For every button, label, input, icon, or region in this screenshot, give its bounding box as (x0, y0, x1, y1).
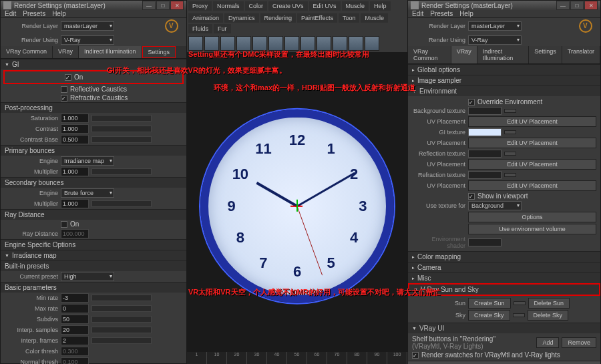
shelf-icon[interactable] (349, 36, 363, 51)
camera-header[interactable]: ▸Camera (408, 262, 600, 272)
image-sampler-header[interactable]: ▸Image sampler (408, 75, 600, 85)
shelf-icon[interactable] (252, 36, 267, 51)
minute-hand (296, 172, 355, 207)
vray-logo-icon (165, 19, 178, 33)
maximize-button[interactable]: □ (156, 1, 170, 10)
menu-presets[interactable]: Presets (430, 10, 453, 17)
gi-on-checkbox[interactable] (65, 74, 71, 81)
axis-y-icon (296, 199, 298, 211)
irrmap-header[interactable]: ▼Irradiance map (1, 250, 186, 260)
saturation-slider[interactable] (91, 115, 152, 122)
close-button-bottom[interactable]: Close (408, 361, 600, 364)
tab-translator[interactable]: Translator (562, 46, 600, 63)
minrate-field[interactable]: -3 (61, 293, 89, 303)
menu-help[interactable]: Help (52, 10, 66, 17)
delete-sky-button[interactable]: Delete Sky (528, 310, 569, 321)
menu-edit[interactable]: Edit (412, 10, 423, 17)
select-sky-button[interactable] (513, 313, 525, 317)
maximize-button[interactable]: □ (570, 1, 584, 10)
raydist-on-checkbox[interactable] (61, 221, 67, 228)
refl-tex-swatch[interactable] (468, 150, 502, 158)
tab-vray[interactable]: VRay (53, 46, 79, 58)
shelf-icon[interactable] (268, 36, 283, 51)
create-sky-button[interactable]: Create Sky (468, 310, 510, 321)
saturation-field[interactable]: 1.000 (61, 114, 89, 123)
map-button[interactable] (504, 173, 516, 177)
tab-vray-common[interactable]: VRay Common (1, 46, 53, 58)
primary-mult-field[interactable]: 1.000 (61, 167, 89, 176)
menu-presets[interactable]: Presets (23, 10, 45, 17)
shelf-icon[interactable] (188, 36, 203, 51)
misc-header[interactable]: ▸Misc (408, 272, 600, 283)
minimize-button[interactable]: — (142, 1, 156, 10)
contrast-base-field[interactable]: 0.500 (61, 135, 89, 144)
use-tex-dropdown[interactable]: Background (468, 201, 522, 210)
delete-sun-button[interactable]: Delete Sun (528, 298, 570, 309)
shelf-icon[interactable] (317, 36, 331, 51)
preset-dropdown[interactable]: High (61, 272, 114, 281)
shelf-icon[interactable] (284, 36, 299, 51)
subdivs-field[interactable]: 50 (61, 315, 89, 324)
maxrate-field[interactable]: 0 (61, 304, 89, 313)
color-mapping-header[interactable]: ▸Color mapping (408, 251, 600, 262)
secondary-mult-field[interactable]: 1.000 (61, 199, 89, 208)
remove-button[interactable]: Remove (562, 337, 596, 348)
contrast-slider[interactable] (91, 126, 152, 132)
shelf-icon[interactable] (333, 36, 347, 51)
create-sun-button[interactable]: Create Sun (468, 298, 511, 309)
titlebar: Render Settings (masterLayer) — □ ✕ (1, 1, 186, 10)
shelf-icon[interactable] (300, 36, 315, 51)
environment-header[interactable]: ▼Environment (408, 85, 600, 96)
shelf-icon[interactable] (220, 36, 235, 51)
interp-samples-field[interactable]: 20 (61, 325, 89, 335)
tab-vray[interactable]: VRay (451, 46, 477, 63)
render-layer-dropdown[interactable]: masterLayer (468, 21, 522, 31)
timeline[interactable]: 1102030405060708090100 (187, 352, 407, 364)
tab-indirect-illum[interactable]: Indirect Illumination (79, 46, 142, 58)
tab-settings[interactable]: Settings (529, 46, 562, 63)
render-swatches-checkbox[interactable] (412, 352, 419, 359)
tab-settings[interactable]: Settings (142, 46, 176, 58)
gi-tex-swatch[interactable] (468, 128, 502, 136)
env-shader-swatch[interactable] (468, 238, 502, 246)
close-button[interactable]: ✕ (170, 1, 184, 10)
minimize-button[interactable]: — (556, 1, 570, 10)
edit-uv-button[interactable]: Edit UV Placement (468, 159, 596, 170)
menu-help[interactable]: Help (459, 10, 473, 17)
render-using-dropdown[interactable]: V-Ray (61, 35, 114, 45)
map-button[interactable] (504, 109, 516, 113)
menu-edit[interactable]: Edit (5, 10, 16, 17)
map-button[interactable] (504, 130, 516, 134)
show-viewport-checkbox[interactable] (468, 193, 475, 200)
refr-caustics-checkbox[interactable] (61, 95, 67, 102)
shelf-icon[interactable] (365, 36, 379, 51)
vray-ui-header[interactable]: ▼VRay UI (408, 323, 600, 333)
refl-caustics-checkbox[interactable] (61, 86, 67, 93)
edit-uv-button[interactable]: Edit UV Placement (468, 138, 596, 148)
options-button[interactable]: Options (468, 212, 596, 222)
global-options-header[interactable]: ▸Global options (408, 64, 600, 75)
edit-uv-button[interactable]: Edit UV Placement (468, 180, 596, 191)
close-button[interactable]: ✕ (584, 1, 598, 10)
bg-tex-swatch[interactable] (468, 107, 502, 115)
contrast-field[interactable]: 1.000 (61, 124, 89, 134)
annotation-1: Setting里还有个DMC采样设置，在最终出图时比较常用 (188, 49, 369, 59)
render-layer-dropdown[interactable]: masterLayer (61, 21, 114, 31)
override-env-checkbox[interactable] (468, 99, 475, 106)
primary-engine-dropdown[interactable]: Irradiance map (61, 156, 114, 166)
3d-viewport[interactable]: 12 1 2 3 4 5 6 7 8 9 10 11 (187, 52, 407, 352)
add-button[interactable]: Add (536, 337, 559, 348)
render-using-dropdown[interactable]: V-Ray (468, 35, 522, 45)
edit-uv-button[interactable]: Edit UV Placement (468, 116, 596, 127)
shelf-icon[interactable] (204, 36, 219, 51)
refr-tex-swatch[interactable] (468, 171, 502, 179)
select-sun-button[interactable] (514, 301, 526, 305)
tab-indirect[interactable]: Indirect Illumination (477, 46, 530, 63)
tab-vray-common[interactable]: VRay Common (408, 46, 451, 63)
shelf-icon[interactable] (236, 36, 251, 51)
use-env-vol-button[interactable]: Use environment volume (468, 224, 596, 234)
map-button[interactable] (504, 152, 516, 156)
interp-frames-field[interactable]: 2 (61, 336, 89, 345)
contrast-base-slider[interactable] (91, 136, 152, 143)
secondary-engine-dropdown[interactable]: Brute force (61, 188, 114, 198)
